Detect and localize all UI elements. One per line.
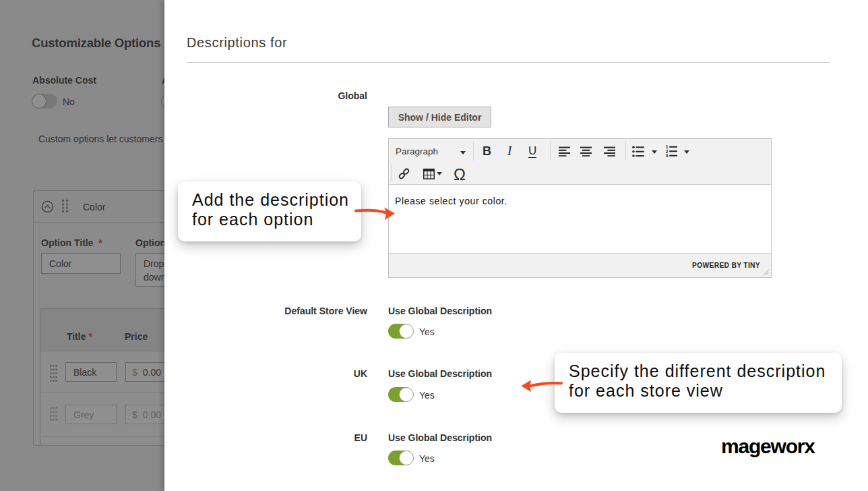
svg-text:3: 3 bbox=[666, 153, 669, 158]
